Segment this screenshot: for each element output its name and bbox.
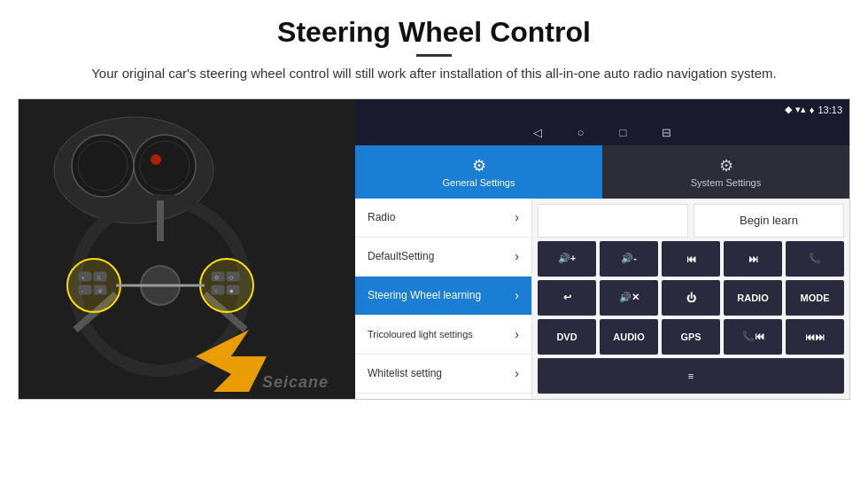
- tab-system-label: System Settings: [691, 177, 761, 188]
- menu-icon-button[interactable]: ≡: [538, 358, 844, 394]
- title-divider: [416, 54, 452, 57]
- svg-point-2: [72, 135, 134, 197]
- vol-up-button[interactable]: 🔊+: [538, 241, 596, 277]
- status-bar: ◆ ▾▴ ♦ 13:13: [355, 99, 849, 121]
- location-icon: ◆: [785, 104, 792, 115]
- time-display: 13:13: [818, 105, 842, 115]
- wifi-icon: ♦: [810, 105, 815, 115]
- page-header: Steering Wheel Control Your original car…: [0, 0, 868, 91]
- prev-next-button[interactable]: ⏮⏭: [786, 319, 844, 355]
- menu-steering-chevron: ›: [515, 288, 519, 302]
- svg-text:☏: ☏: [97, 288, 103, 293]
- back-call-button[interactable]: ↩: [538, 280, 596, 316]
- menu-item-whitelist[interactable]: Whitelist setting ›: [355, 355, 531, 394]
- power-button[interactable]: ⏻: [662, 280, 720, 316]
- begin-learn-row: Begin learn: [538, 204, 844, 238]
- svg-text:⊙: ⊙: [214, 275, 219, 280]
- menu-default-label: DefaultSetting: [368, 250, 434, 262]
- menu-item-steering[interactable]: Steering Wheel learning ›: [355, 277, 531, 316]
- tab-system[interactable]: ⚙ System Settings: [602, 145, 849, 199]
- page-title: Steering Wheel Control: [35, 16, 833, 49]
- radio-button[interactable]: RADIO: [724, 280, 782, 316]
- svg-text:+: +: [81, 275, 85, 280]
- watermark: Seicane: [262, 373, 329, 392]
- vol-down-button[interactable]: 🔊-: [600, 241, 658, 277]
- svg-text:○: ○: [214, 288, 218, 293]
- next-track-button[interactable]: ⏭: [724, 241, 782, 277]
- menu-steering-label: Steering Wheel learning: [368, 289, 481, 301]
- btn-row-3: DVD AUDIO GPS 📞⏮ ⏮⏭: [538, 319, 844, 355]
- audio-button[interactable]: AUDIO: [600, 319, 658, 355]
- phone-prev-button[interactable]: 📞⏮: [724, 319, 782, 355]
- begin-learn-button[interactable]: Begin learn: [694, 204, 844, 238]
- menu-tricoloured-chevron: ›: [515, 327, 519, 341]
- gps-button[interactable]: GPS: [662, 319, 720, 355]
- signal-icon: ▾▴: [795, 104, 806, 115]
- system-settings-icon: ⚙: [719, 156, 733, 176]
- menu-nav-icon[interactable]: ⊟: [662, 126, 671, 139]
- svg-text:-: -: [81, 288, 83, 293]
- mute-button[interactable]: 🔊✕: [600, 280, 658, 316]
- main-split: Radio › DefaultSetting › Steering Wheel …: [355, 199, 849, 399]
- menu-item-default[interactable]: DefaultSetting ›: [355, 238, 531, 277]
- btn-row-1: 🔊+ 🔊- ⏮ ⏭ 📞: [538, 241, 844, 277]
- menu-whitelist-label: Whitelist setting: [368, 367, 442, 379]
- btn-row-bottom: ≡: [538, 358, 844, 394]
- android-ui: ◆ ▾▴ ♦ 13:13 ◁ ○ □ ⊟ ⚙ General Settings …: [355, 99, 849, 399]
- control-panel: Begin learn 🔊+ 🔊- ⏮ ⏭ 📞 ↩ 🔊✕ ⏻: [532, 199, 849, 399]
- svg-text:♫: ♫: [97, 275, 101, 280]
- dvd-button[interactable]: DVD: [538, 319, 596, 355]
- tab-general[interactable]: ⚙ General Settings: [355, 145, 602, 199]
- settings-tabs: ⚙ General Settings ⚙ System Settings: [355, 145, 849, 199]
- back-nav-icon[interactable]: ◁: [533, 126, 542, 139]
- svg-point-6: [151, 154, 161, 165]
- menu-default-chevron: ›: [515, 249, 519, 263]
- page-wrapper: Steering Wheel Control Your original car…: [0, 0, 868, 400]
- prev-track-button[interactable]: ⏮: [662, 241, 720, 277]
- mode-button[interactable]: MODE: [786, 280, 844, 316]
- general-settings-icon: ⚙: [472, 156, 486, 176]
- tab-general-label: General Settings: [443, 177, 515, 188]
- phone-button[interactable]: 📞: [786, 241, 844, 277]
- recents-nav-icon[interactable]: □: [620, 126, 627, 139]
- menu-radio-chevron: ›: [515, 210, 519, 224]
- menu-tricoloured-label: Tricoloured light settings: [368, 329, 473, 340]
- svg-text:◈: ◈: [229, 288, 234, 293]
- svg-point-3: [134, 135, 196, 197]
- page-subtitle: Your original car's steering wheel contr…: [35, 64, 833, 84]
- menu-whitelist-chevron: ›: [515, 366, 519, 380]
- svg-text:◇: ◇: [229, 275, 234, 280]
- home-nav-icon[interactable]: ○: [577, 126, 585, 139]
- menu-item-radio[interactable]: Radio ›: [355, 199, 531, 238]
- svg-point-14: [200, 259, 253, 312]
- menu-item-tricoloured[interactable]: Tricoloured light settings ›: [355, 316, 531, 355]
- btn-row-2: ↩ 🔊✕ ⏻ RADIO MODE: [538, 280, 844, 316]
- content-area: + ♫ - ☏ ⊙ ◇ ○ ◈ Seicane: [18, 98, 850, 400]
- steering-wheel-image: + ♫ - ☏ ⊙ ◇ ○ ◈ Seicane: [19, 99, 355, 400]
- menu-list: Radio › DefaultSetting › Steering Wheel …: [355, 199, 532, 399]
- svg-point-13: [67, 259, 120, 312]
- empty-input-box: [538, 204, 688, 238]
- menu-radio-label: Radio: [368, 211, 395, 223]
- nav-bar: ◁ ○ □ ⊟: [355, 121, 849, 145]
